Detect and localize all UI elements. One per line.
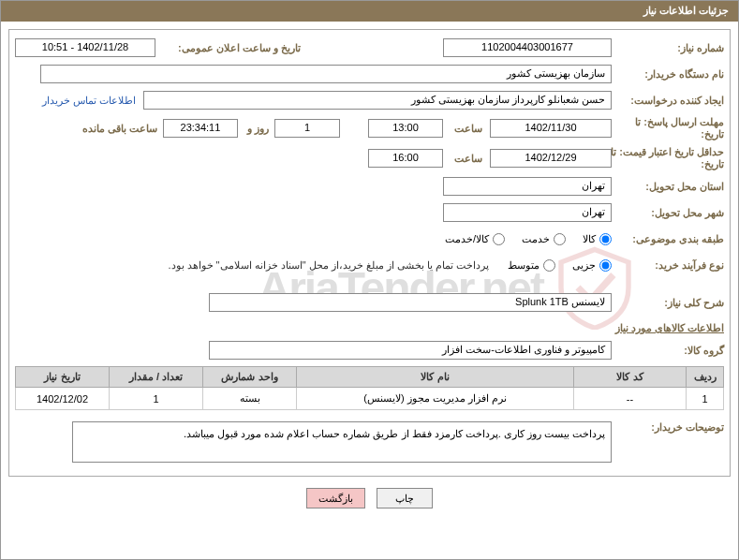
time-word-1: ساعت: [451, 123, 482, 135]
desc-field: لایسنس Splunk 1TB: [209, 293, 612, 312]
notes-label: توضیحات خریدار:: [612, 418, 724, 434]
radio-medium[interactable]: متوسط: [508, 259, 555, 272]
process-label: نوع فرآیند خرید:: [612, 259, 724, 272]
time-word-2: ساعت: [451, 153, 482, 165]
need-number-label: شماره نیاز:: [612, 42, 724, 54]
th-code: کد کالا: [574, 367, 687, 388]
days-and-label: روز و: [244, 123, 269, 135]
buyer-org-label: نام دستگاه خریدار:: [612, 68, 724, 81]
radio-goods[interactable]: کالا: [583, 233, 612, 245]
page-title: جزئیات اطلاعات نیاز: [643, 5, 729, 16]
back-button[interactable]: بازگشت: [306, 488, 365, 508]
group-field: کامپیوتر و فناوری اطلاعات-سخت افزار: [209, 341, 612, 360]
requester-label: ایجاد کننده درخواست:: [612, 95, 724, 107]
th-name: نام کالا: [297, 367, 574, 388]
group-label: گروه کالا:: [612, 345, 724, 357]
validity-date-field: 1402/12/29: [490, 149, 612, 168]
deadline-date-field: 1402/11/30: [490, 119, 612, 138]
radio-both-input[interactable]: [493, 233, 505, 245]
radio-medium-input[interactable]: [543, 259, 555, 272]
page-header: جزئیات اطلاعات نیاز: [1, 1, 738, 22]
time-remaining-field: 23:34:11: [163, 119, 238, 138]
category-label: طبقه بندی موضوعی:: [612, 233, 724, 245]
payment-note: پرداخت تمام یا بخشی از مبلغ خرید،از محل …: [168, 259, 489, 272]
buyer-org-field: سازمان بهزیستی کشور: [40, 65, 612, 83]
city-field: تهران: [443, 203, 612, 222]
goods-section-header: اطلاعات کالاهای مورد نیاز: [15, 322, 724, 334]
radio-partial[interactable]: جزیی: [572, 259, 612, 272]
validity-time-field: 16:00: [368, 149, 443, 168]
th-unit: واحد شمارش: [203, 367, 297, 388]
province-field: تهران: [443, 177, 612, 196]
announce-label: تاریخ و ساعت اعلان عمومی:: [155, 42, 301, 54]
city-label: شهر محل تحویل:: [612, 207, 724, 219]
province-label: استان محل تحویل:: [612, 181, 724, 193]
deadline-label: مهلت ارسال پاسخ: تا تاریخ:: [612, 116, 724, 140]
radio-service-input[interactable]: [554, 233, 566, 245]
notes-field: پرداخت بیست روز کاری .پرداخت کارمزد فقط …: [72, 421, 612, 463]
contact-link[interactable]: اطلاعات تماس خریدار: [42, 95, 136, 107]
need-number-field: 1102004403001677: [443, 38, 612, 57]
radio-service[interactable]: خدمت: [522, 233, 566, 245]
goods-table: ردیف کد کالا نام کالا واحد شمارش تعداد /…: [15, 366, 724, 410]
table-row: 1 -- نرم افزار مدیریت مجوز (لایسنس) بسته…: [16, 388, 724, 410]
radio-goods-input[interactable]: [599, 233, 612, 245]
radio-partial-input[interactable]: [599, 259, 612, 272]
days-field: 1: [274, 119, 340, 138]
requester-field: حسن شعبانلو کارپرداز سازمان بهزیستی کشور: [143, 91, 612, 110]
th-date: تاریخ نیاز: [16, 367, 110, 388]
announce-field: 1402/11/28 - 10:51: [15, 38, 155, 57]
th-qty: تعداد / مقدار: [110, 367, 203, 388]
desc-label: شرح کلی نیاز:: [612, 297, 724, 309]
th-row: ردیف: [687, 367, 724, 388]
print-button[interactable]: چاپ: [377, 488, 433, 508]
time-remaining-label: ساعت باقی مانده: [79, 123, 157, 135]
radio-both[interactable]: کالا/خدمت: [445, 233, 505, 245]
deadline-time-field: 13:00: [368, 119, 443, 138]
